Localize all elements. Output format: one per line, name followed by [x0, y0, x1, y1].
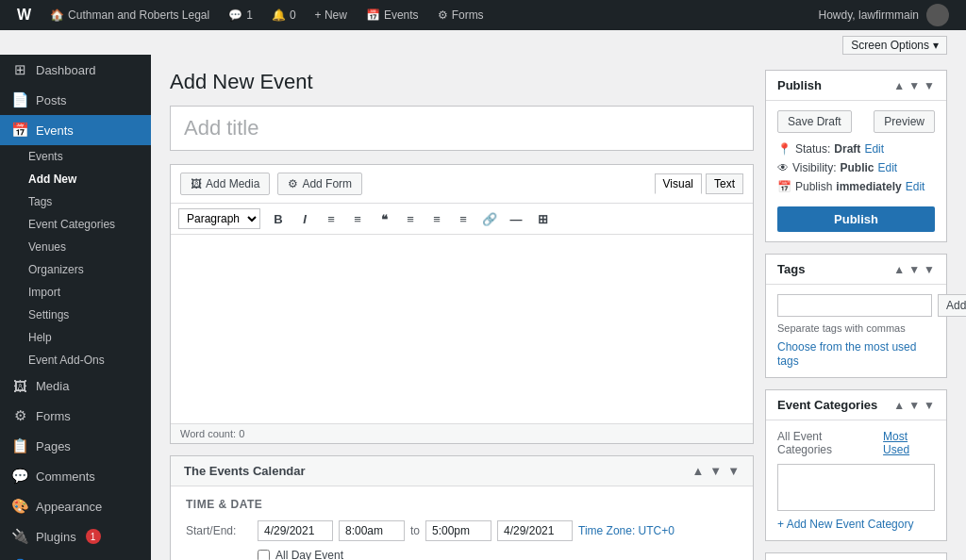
- end-time-input[interactable]: [425, 520, 491, 541]
- start-time-input[interactable]: [339, 520, 405, 541]
- sidebar-item-label: Events: [36, 124, 74, 138]
- text-tab[interactable]: Text: [706, 173, 743, 194]
- hr-button[interactable]: —: [504, 207, 528, 230]
- sidebar-item-posts[interactable]: 📄 Posts: [0, 85, 151, 115]
- submenu-event-categories[interactable]: Event Categories: [0, 213, 151, 236]
- most-used-tags-link[interactable]: Choose from the most used tags: [777, 340, 916, 368]
- add-form-icon: ⚙: [288, 177, 298, 190]
- paragraph-select[interactable]: Paragraph Heading 1 Heading 2 Heading 3: [178, 208, 260, 229]
- add-media-label: Add Media: [206, 177, 259, 190]
- submenu-tags[interactable]: Tags: [0, 190, 151, 213]
- forms-bar-label: Forms: [452, 8, 484, 22]
- publish-when-label: Publish: [795, 180, 832, 193]
- sidebar-item-appearance[interactable]: 🎨 Appearance: [0, 491, 151, 521]
- sidebar-item-comments[interactable]: 💬 Comments: [0, 461, 151, 491]
- start-date-input[interactable]: [258, 520, 333, 541]
- categories-up[interactable]: ▲: [893, 399, 905, 412]
- tags-down[interactable]: ▼: [908, 263, 920, 276]
- link-button[interactable]: 🔗: [477, 207, 502, 230]
- sidebar-item-media[interactable]: 🖼 Media: [0, 371, 151, 401]
- events-calendar-up-button[interactable]: ▲: [691, 464, 704, 478]
- howdy-label: Howdy, lawfirmmain: [819, 8, 919, 22]
- publish-button[interactable]: Publish: [777, 206, 935, 232]
- categories-down[interactable]: ▼: [908, 399, 920, 412]
- ordered-list-button[interactable]: ≡: [345, 207, 370, 230]
- most-used-tab[interactable]: Most Used: [883, 430, 935, 456]
- publish-box-up[interactable]: ▲: [893, 79, 905, 92]
- add-form-button[interactable]: ⚙ Add Form: [277, 173, 362, 195]
- add-tag-button[interactable]: Add: [938, 294, 966, 317]
- wp-logo[interactable]: W: [8, 0, 41, 30]
- publish-box-header: Publish ▲ ▼ ▼: [766, 71, 946, 101]
- categories-box-title: Event Categories: [777, 398, 877, 412]
- preview-button[interactable]: Preview: [874, 110, 935, 133]
- bold-button[interactable]: B: [266, 207, 291, 230]
- all-categories-tab[interactable]: All Event Categories: [777, 430, 875, 456]
- events-calendar-down-button[interactable]: ▼: [709, 464, 722, 478]
- submenu-add-new[interactable]: Add New: [0, 168, 151, 190]
- screen-options-button[interactable]: Screen Options ▾: [842, 36, 947, 55]
- status-edit-link[interactable]: Edit: [864, 142, 884, 156]
- submenu-label: Events: [28, 150, 63, 163]
- page-title: Add New Event: [170, 70, 754, 94]
- submenu-import[interactable]: Import: [0, 281, 151, 304]
- tags-up[interactable]: ▲: [893, 263, 905, 276]
- timezone-link[interactable]: Time Zone: UTC+0: [578, 524, 675, 537]
- editor-body[interactable]: [171, 235, 753, 423]
- event-title-input[interactable]: [170, 106, 754, 151]
- sidebar-item-pages[interactable]: 📋 Pages: [0, 431, 151, 461]
- add-media-button[interactable]: 🖼 Add Media: [180, 173, 270, 195]
- publish-box-down[interactable]: ▼: [908, 79, 920, 92]
- publish-box-toggle[interactable]: ▼: [924, 79, 935, 92]
- sidebar-item-forms[interactable]: ⚙ Forms: [0, 401, 151, 431]
- align-left-button[interactable]: ≡: [398, 207, 423, 230]
- tags-toggle[interactable]: ▼: [924, 263, 935, 276]
- main-body: Add New Event 🖼 Add Media ⚙ Add Form: [151, 55, 966, 560]
- blockquote-button[interactable]: ❝: [372, 207, 396, 230]
- new-item-bar[interactable]: + New: [306, 0, 357, 30]
- visibility-edit-link[interactable]: Edit: [877, 161, 897, 174]
- start-end-row: Start/End: to Time Zone: UTC+0: [186, 520, 738, 541]
- forms-bar[interactable]: ⚙ Forms: [428, 0, 493, 30]
- end-date-input[interactable]: [497, 520, 573, 541]
- site-name-bar[interactable]: 🏠 Cuthman and Roberts Legal: [41, 0, 219, 30]
- unordered-list-button[interactable]: ≡: [319, 207, 343, 230]
- time-date-section: TIME & DATE Start/End: to Time Zone: UTC…: [171, 486, 753, 560]
- visual-tab[interactable]: Visual: [655, 173, 702, 194]
- submenu-event-add-ons[interactable]: Event Add-Ons: [0, 349, 151, 371]
- sidebar-item-plugins[interactable]: 🔌 Plugins 1: [0, 521, 151, 552]
- event-options-header: Event Options ▲ ▼ ▼: [766, 553, 946, 560]
- sidebar-item-dashboard[interactable]: ⊞ Dashboard: [0, 55, 151, 85]
- table-button[interactable]: ⊞: [530, 207, 555, 230]
- submenu-events[interactable]: Events: [0, 145, 151, 168]
- submenu-venues[interactable]: Venues: [0, 236, 151, 258]
- bubbles-bar[interactable]: 🔔 0: [262, 0, 306, 30]
- align-center-button[interactable]: ≡: [425, 207, 449, 230]
- save-draft-button[interactable]: Save Draft: [777, 110, 852, 133]
- visibility-value: Public: [840, 161, 874, 174]
- add-category-link[interactable]: + Add New Event Category: [777, 518, 913, 531]
- howdy-bar[interactable]: Howdy, lawfirmmain: [809, 0, 958, 30]
- categories-toggle[interactable]: ▼: [924, 399, 935, 412]
- tags-input[interactable]: [777, 294, 932, 317]
- events-calendar-controls: ▲ ▼ ▼: [691, 464, 740, 478]
- submenu-organizers[interactable]: Organizers: [0, 258, 151, 281]
- site-name-label: Cuthman and Roberts Legal: [68, 8, 209, 22]
- events-calendar-toggle-button[interactable]: ▼: [727, 464, 740, 478]
- sidebar-item-label: Pages: [36, 439, 71, 453]
- start-end-label: Start/End:: [186, 524, 252, 537]
- submenu-help[interactable]: Help: [0, 326, 151, 349]
- sidebar-item-events[interactable]: 📅 Events: [0, 115, 151, 145]
- events-bar[interactable]: 📅 Events: [357, 0, 428, 30]
- categories-list[interactable]: [777, 464, 935, 511]
- content-editor: 🖼 Add Media ⚙ Add Form Visual Text: [170, 164, 754, 444]
- sidebar-item-users[interactable]: 👤 Users: [0, 552, 151, 560]
- comments-bar[interactable]: 💬 1: [219, 0, 262, 30]
- media-icon: 🖼: [11, 378, 28, 394]
- italic-button[interactable]: I: [292, 207, 317, 230]
- publish-when-edit-link[interactable]: Edit: [906, 180, 925, 193]
- align-right-button[interactable]: ≡: [451, 207, 475, 230]
- tags-hint: Separate tags with commas: [777, 322, 935, 334]
- all-day-checkbox[interactable]: [258, 550, 270, 561]
- submenu-settings[interactable]: Settings: [0, 304, 151, 326]
